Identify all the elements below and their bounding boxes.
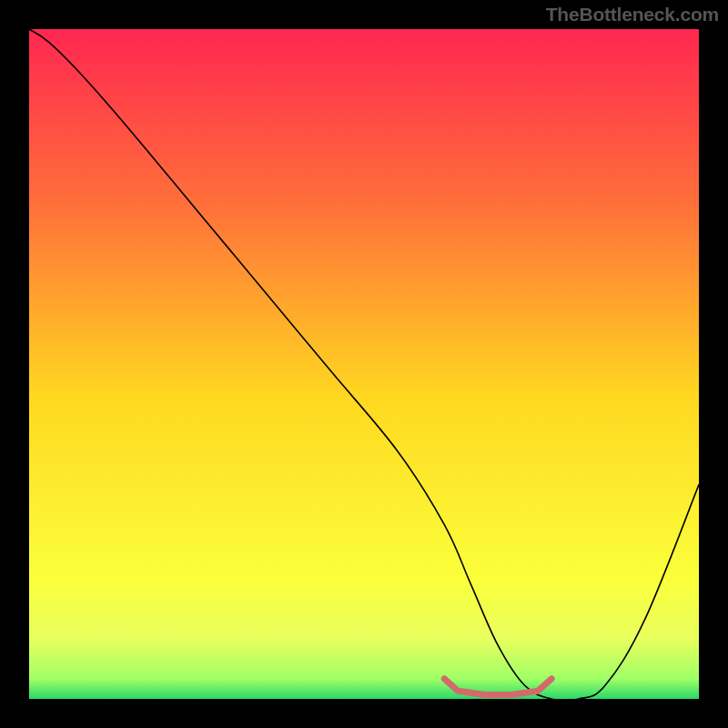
bottleneck-chart xyxy=(29,29,699,699)
chart-container: TheBottleneck.com xyxy=(0,0,728,728)
watermark-text: TheBottleneck.com xyxy=(546,4,719,25)
plot-area xyxy=(29,29,699,699)
